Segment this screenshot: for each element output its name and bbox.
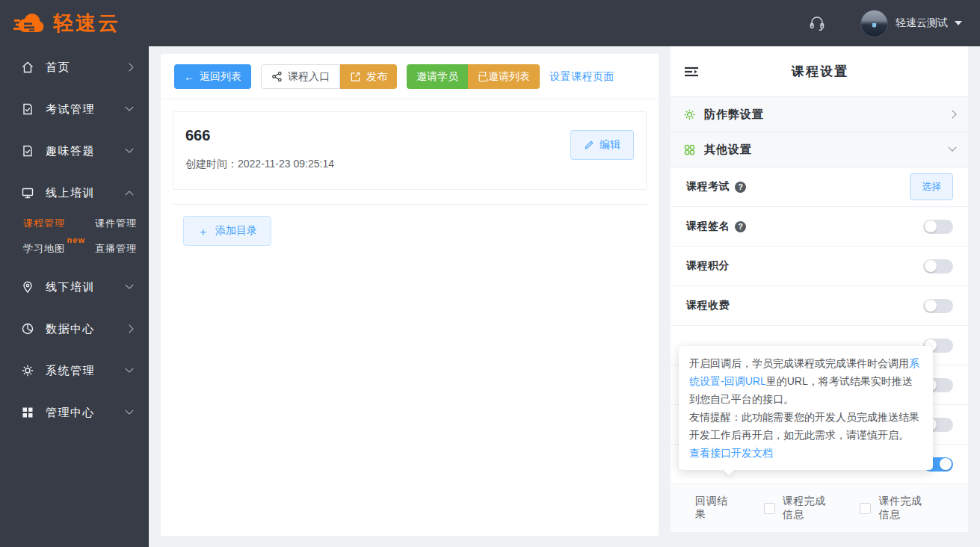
submenu-item-label: 学习地图: [23, 243, 65, 254]
section-label: 防作弊设置: [704, 108, 949, 122]
fold-panel-icon[interactable]: [684, 65, 699, 78]
edit-course-button[interactable]: 编辑: [570, 130, 634, 160]
home-icon: [21, 61, 34, 74]
chevron-down-icon: [125, 103, 133, 111]
checkbox-label: 课件完成信息: [878, 495, 926, 522]
user-menu-caret-icon[interactable]: [955, 21, 962, 25]
callback-help-tooltip: 开启回调后，学员完成课程或完成课件时会调用系统设置-回调URL里的URL，将考试…: [679, 346, 933, 470]
sidebar-item-admin-center[interactable]: 管理中心: [0, 392, 149, 433]
course-title: 666: [185, 127, 634, 144]
help-icon[interactable]: [735, 221, 746, 232]
sidebar-item-data-center[interactable]: 数据中心: [0, 308, 149, 350]
entry-publish-button-group: 课程入口 发布: [261, 64, 397, 89]
submenu-item-course-management[interactable]: 课程管理: [23, 217, 65, 230]
sidebar-item-label: 首页: [46, 61, 126, 75]
add-catalog-label: 添加目录: [215, 224, 257, 238]
sidebar-item-label: 数据中心: [46, 322, 126, 336]
created-time-label: 创建时间：: [185, 158, 238, 170]
course-points-toggle[interactable]: [923, 259, 953, 274]
invite-button-group: 邀请学员 已邀请列表: [407, 64, 540, 89]
map-pin-icon: [21, 280, 34, 294]
invite-students-button[interactable]: 邀请学员: [407, 64, 468, 89]
sidebar-item-system-management[interactable]: 系统管理: [0, 350, 149, 392]
sidebar-item-fun-quiz[interactable]: 趣味答题: [0, 130, 149, 172]
course-card: ← 返回列表 课程入口 发布 邀请: [161, 54, 659, 536]
tooltip-text: 开启回调后，学员完成课程或完成课件时会调用: [689, 357, 909, 369]
setting-row-course-signature: 课程签名: [671, 207, 968, 247]
add-catalog-button[interactable]: ＋ 添加目录: [183, 216, 271, 246]
anti-cheat-settings-section[interactable]: 防作弊设置: [671, 97, 968, 132]
api-docs-link[interactable]: 查看接口开发文档: [689, 447, 773, 459]
sidebar-item-online-training[interactable]: 线上培训: [0, 172, 149, 214]
circles-green-icon: [683, 143, 696, 156]
submenu-item-learning-map[interactable]: 学习地图 new: [23, 242, 65, 256]
pencil-icon: [584, 140, 594, 150]
chevron-down-icon: [125, 365, 133, 373]
course-fee-toggle[interactable]: [923, 299, 953, 313]
course-complete-checkbox[interactable]: [764, 503, 775, 514]
course-info-box: 666 创建时间：2022-11-23 09:25:14 编辑: [173, 111, 647, 190]
gear-green-icon: [683, 108, 696, 121]
back-button-label: 返回列表: [200, 70, 241, 84]
course-toolbar: ← 返回列表 课程入口 发布 邀请: [161, 54, 659, 99]
app-logo[interactable]: 轻速云: [0, 10, 120, 37]
edit-button-label: 编辑: [600, 138, 620, 152]
sidebar-item-home[interactable]: 首页: [0, 46, 149, 88]
sidebar-item-label: 管理中心: [46, 406, 126, 420]
sidebar-item-offline-training[interactable]: 线下培训: [0, 266, 149, 308]
chevron-down-icon: [948, 143, 956, 152]
sidebar-item-label: 考试管理: [46, 102, 126, 117]
page-setting-link[interactable]: 设置课程页面: [549, 70, 614, 84]
topbar-right: 轻速云测试: [808, 10, 980, 37]
publish-icon: [350, 71, 361, 82]
invite-button-label: 邀请学员: [416, 70, 458, 84]
invited-list-button-label: 已邀请列表: [478, 70, 530, 84]
logo-text: 轻速云: [53, 10, 120, 37]
other-settings-section[interactable]: 其他设置: [671, 132, 968, 167]
chevron-up-icon: [125, 191, 133, 199]
user-avatar[interactable]: [860, 10, 888, 37]
courseware-complete-checkbox[interactable]: [860, 503, 871, 514]
setting-label: 课程积分: [686, 259, 730, 273]
chevron-right-icon: [125, 324, 133, 333]
setting-label: 课程收费: [686, 299, 730, 312]
chevron-right-icon: [948, 110, 956, 118]
submenu-item-courseware-management[interactable]: 课件管理: [95, 217, 137, 230]
headset-icon[interactable]: [808, 14, 826, 32]
sidebar-item-label: 趣味答题: [46, 144, 126, 158]
chevron-down-icon: [125, 281, 133, 289]
course-signature-toggle[interactable]: [923, 220, 953, 234]
back-arrow-icon: ←: [184, 71, 194, 83]
setting-row-course-exam: 课程考试 选择: [671, 167, 968, 207]
plus-icon: ＋: [197, 226, 209, 237]
main-area: ← 返回列表 课程入口 发布 邀请: [149, 46, 980, 547]
publish-button-label: 发布: [366, 70, 387, 84]
publish-button[interactable]: 发布: [340, 64, 397, 89]
content-divider: [173, 204, 647, 205]
setting-label: 课程签名: [686, 220, 730, 233]
chevron-right-icon: [125, 63, 133, 71]
setting-row-course-fee: 课程收费: [671, 286, 968, 326]
checkbox-courseware-complete: 课件完成信息: [860, 495, 926, 522]
checkbox-course-complete: 课程完成信息: [764, 495, 830, 522]
grid-icon: [21, 406, 34, 419]
online-training-submenu: 课程管理 课件管理 学习地图 new 直播管理: [0, 214, 149, 266]
back-to-list-button[interactable]: ← 返回列表: [174, 64, 251, 89]
tooltip-text: 友情提醒：此功能需要您的开发人员完成推送结果开发工作后再开启，如无此需求，请谨慎…: [689, 411, 919, 441]
user-name[interactable]: 轻速云测试: [896, 16, 948, 30]
settings-panel-header: 课程设置: [671, 46, 968, 97]
submenu-item-live-management[interactable]: 直播管理: [95, 242, 137, 256]
new-badge: new: [67, 235, 85, 244]
sidebar-item-exam-management[interactable]: 考试管理: [0, 88, 149, 130]
topbar: 轻速云 轻速云测试: [0, 0, 980, 46]
quiz-doc-icon: [21, 144, 34, 158]
sidebar-item-label: 线上培训: [46, 186, 126, 200]
invited-list-button[interactable]: 已邀请列表: [468, 64, 540, 89]
course-entry-button[interactable]: 课程入口: [261, 64, 340, 89]
setting-label: 回调结果: [695, 495, 730, 522]
sidebar-item-label: 线下培训: [46, 280, 126, 294]
created-time-value: 2022-11-23 09:25:14: [238, 158, 334, 170]
chevron-down-icon: [125, 407, 133, 415]
help-icon[interactable]: [735, 182, 746, 193]
select-exam-button[interactable]: 选择: [910, 173, 953, 200]
